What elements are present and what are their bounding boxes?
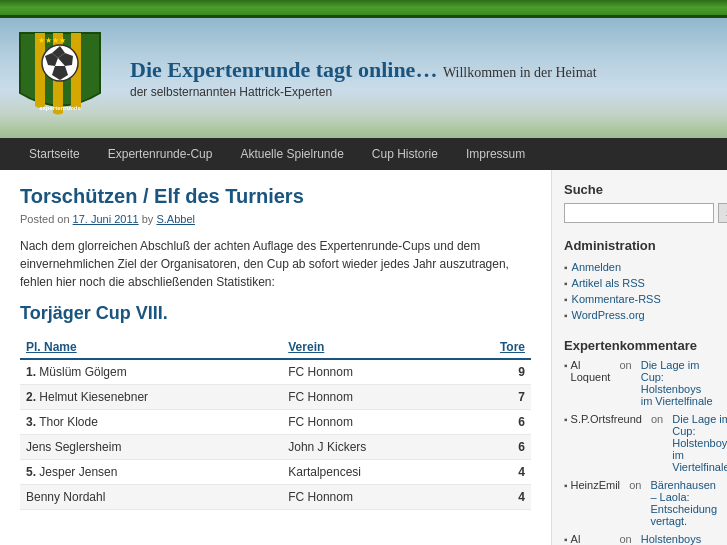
cell-rank-name: 2. Helmut Kiesenebner <box>20 385 282 410</box>
col-tore: Tore <box>458 336 531 359</box>
grass-top-decoration <box>0 0 727 18</box>
site-title: Die Expertenrunde tagt online… Willkomme… <box>130 57 597 83</box>
table-row: 3. Thor Klode FC Honnom 6 <box>20 410 531 435</box>
admin-link-wordpress[interactable]: WordPress.org <box>572 309 645 321</box>
search-button[interactable]: Suchen <box>718 203 727 223</box>
table-row: Benny Nordahl FC Honnom 4 <box>20 485 531 510</box>
search-section: Suche Suchen <box>564 182 715 223</box>
nav-link-impressum[interactable]: Impressum <box>452 138 539 170</box>
by-label: by <box>142 213 154 225</box>
main-navigation: Startseite Expertenrunde-Cup Aktuelle Sp… <box>0 138 727 170</box>
cell-rank-name: 5. Jesper Jensen <box>20 460 282 485</box>
nav-link-historie[interactable]: Cup Historie <box>358 138 452 170</box>
svg-text:★★★★: ★★★★ <box>38 36 66 45</box>
comment-on: on <box>651 413 663 425</box>
cell-rank-name: Benny Nordahl <box>20 485 282 510</box>
post-date-link[interactable]: 17. Juni 2011 <box>73 213 139 225</box>
cell-verein: Kartalpencesi <box>282 460 458 485</box>
comments-section: Expertenkommentare Al Loquent on Die Lag… <box>564 338 715 545</box>
comment-on: on <box>629 479 641 491</box>
comment-author: Al Loquent <box>571 359 611 383</box>
sidebar: Suche Suchen Administration Anmelden Art… <box>552 170 727 545</box>
nav-item-spielrunde: Aktuelle Spielrunde <box>226 138 357 170</box>
comment-link[interactable]: Die Lage im Cup: Holstenboys im Viertelf… <box>672 413 727 473</box>
cell-verein: FC Honnom <box>282 385 458 410</box>
comments-list: Al Loquent on Die Lage im Cup: Holstenbo… <box>564 359 715 545</box>
site-header: ★★★★ expertenrunde Die Expertenrunde tag… <box>0 18 727 138</box>
cell-tore: 9 <box>458 359 531 385</box>
comment-item: S.P.Ortsfreund on Die Lage im Cup: Holst… <box>564 413 715 473</box>
content-wrapper: Torschützen / Elf des Turniers Posted on… <box>0 170 727 545</box>
comment-item: Al Loquent on Holstenboys reloaded <box>564 533 715 545</box>
nav-item-impressum: Impressum <box>452 138 539 170</box>
post-meta: Posted on 17. Juni 2011 by S.Abbel <box>20 213 531 225</box>
nav-link-cup[interactable]: Expertenrunde-Cup <box>94 138 227 170</box>
comment-link[interactable]: Holstenboys reloaded <box>641 533 715 545</box>
comment-on: on <box>619 533 631 545</box>
comment-item: Al Loquent on Die Lage im Cup: Holstenbo… <box>564 359 715 407</box>
search-box: Suchen <box>564 203 715 223</box>
cell-verein: FC Honnom <box>282 359 458 385</box>
col-verein: Verein <box>282 336 458 359</box>
comment-link[interactable]: Die Lage im Cup: Holstenboys im Viertelf… <box>641 359 715 407</box>
cell-rank-name: 1. Müslüm Gölgem <box>20 359 282 385</box>
post-title: Torschützen / Elf des Turniers <box>20 185 531 208</box>
administration-title: Administration <box>564 238 715 253</box>
svg-text:expertenrunde: expertenrunde <box>39 105 81 111</box>
admin-link-kommentare-rss[interactable]: Kommentare-RSS <box>572 293 661 305</box>
table-header-row: Pl. Name Verein Tore <box>20 336 531 359</box>
nav-link-startseite[interactable]: Startseite <box>15 138 94 170</box>
site-tagline1: Willkommen in der Heimat <box>443 65 597 80</box>
site-title-area: Die Expertenrunde tagt online… Willkomme… <box>130 57 597 99</box>
search-input[interactable] <box>564 203 714 223</box>
nav-list: Startseite Expertenrunde-Cup Aktuelle Sp… <box>15 138 712 170</box>
comment-item: HeinzEmil on Bärenhausen – Laola: Entsch… <box>564 479 715 527</box>
comment-author: Al Loquent <box>571 533 611 545</box>
cell-tore: 7 <box>458 385 531 410</box>
cell-tore: 4 <box>458 460 531 485</box>
comment-author: S.P.Ortsfreund <box>571 413 642 425</box>
cell-tore: 6 <box>458 410 531 435</box>
nav-link-spielrunde[interactable]: Aktuelle Spielrunde <box>226 138 357 170</box>
post-body: Nach dem glorreichen Abschluß der achten… <box>20 237 531 291</box>
cell-verein: John J Kickers <box>282 435 458 460</box>
table-row: 5. Jesper Jensen Kartalpencesi 4 <box>20 460 531 485</box>
admin-item-anmelden: Anmelden <box>564 259 715 275</box>
site-tagline2: der selbsternanntен Hattrick-Experten <box>130 85 332 99</box>
table-row: Jens Seglersheim John J Kickers 6 <box>20 435 531 460</box>
cell-tore: 6 <box>458 435 531 460</box>
cell-rank-name: 3. Thor Klode <box>20 410 282 435</box>
nav-item-startseite: Startseite <box>15 138 94 170</box>
site-title-main: Die Expertenrunde tagt online… <box>130 57 437 82</box>
cell-verein: FC Honnom <box>282 410 458 435</box>
nav-item-historie: Cup Historie <box>358 138 452 170</box>
post-author-link[interactable]: S.Abbel <box>156 213 195 225</box>
admin-item-wordpress: WordPress.org <box>564 307 715 323</box>
torjaeger-table: Pl. Name Verein Tore 1. Müslüm Gölgem FC… <box>20 336 531 510</box>
torjaeger-heading: Torjäger Cup VIII. <box>20 303 531 324</box>
col-rank-name: Pl. Name <box>20 336 282 359</box>
cell-rank-name: Jens Seglersheim <box>20 435 282 460</box>
main-content: Torschützen / Elf des Turniers Posted on… <box>0 170 552 545</box>
administration-section: Administration Anmelden Artikel als RSS … <box>564 238 715 323</box>
cell-tore: 4 <box>458 485 531 510</box>
site-logo: ★★★★ expertenrunde <box>15 28 115 128</box>
comments-title: Expertenkommentare <box>564 338 715 353</box>
admin-link-rss[interactable]: Artikel als RSS <box>572 277 645 289</box>
admin-item-rss: Artikel als RSS <box>564 275 715 291</box>
cell-verein: FC Honnom <box>282 485 458 510</box>
administration-list: Anmelden Artikel als RSS Kommentare-RSS … <box>564 259 715 323</box>
posted-on-label: Posted on <box>20 213 70 225</box>
site-tagline: der selbsternanntен Hattrick-Experten <box>130 85 510 99</box>
post-paragraph: Nach dem glorreichen Abschluß der achten… <box>20 237 531 291</box>
comment-author: HeinzEmil <box>571 479 621 491</box>
admin-link-anmelden[interactable]: Anmelden <box>572 261 622 273</box>
nav-item-cup: Expertenrunde-Cup <box>94 138 227 170</box>
search-title: Suche <box>564 182 715 197</box>
admin-item-kommentare-rss: Kommentare-RSS <box>564 291 715 307</box>
comment-link[interactable]: Bärenhausen – Laola: Entscheidung vertag… <box>650 479 717 527</box>
table-row: 1. Müslüm Gölgem FC Honnom 9 <box>20 359 531 385</box>
table-row: 2. Helmut Kiesenebner FC Honnom 7 <box>20 385 531 410</box>
comment-on: on <box>619 359 631 371</box>
